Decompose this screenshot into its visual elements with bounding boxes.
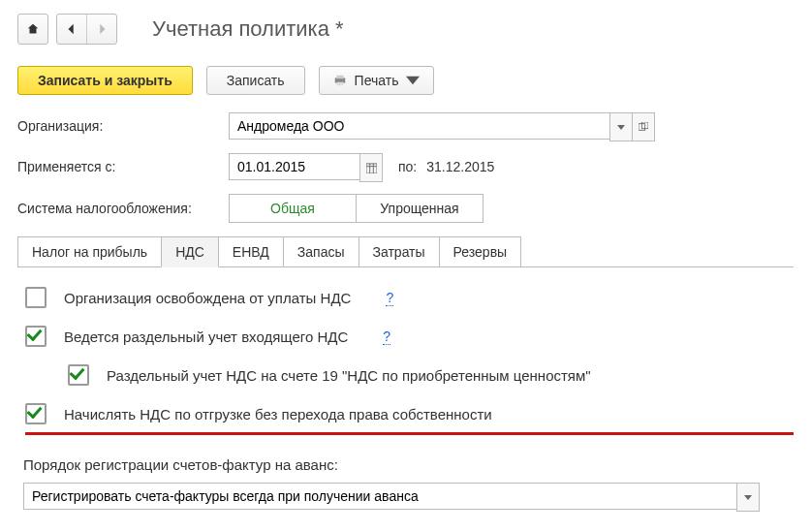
save-close-button[interactable]: Записать и закрыть	[17, 66, 193, 95]
chevron-down-icon	[406, 74, 420, 87]
separate-help[interactable]: ?	[383, 329, 390, 345]
invoice-combo[interactable]	[23, 483, 760, 510]
open-icon	[639, 122, 648, 132]
tax-system-label: Система налогообложения:	[17, 201, 229, 216]
tab-bar: Налог на прибыль НДС ЕНВД Запасы Затраты…	[17, 236, 794, 267]
chevron-down-icon	[617, 125, 625, 130]
applies-label: Применяется с:	[17, 159, 229, 174]
save-button[interactable]: Записать	[206, 66, 305, 95]
applies-date[interactable]	[229, 153, 383, 180]
print-label: Печать	[355, 73, 399, 88]
chevron-down-icon	[744, 495, 752, 500]
invoice-label: Порядок регистрации счетов-фактур на ава…	[23, 456, 794, 473]
org-label: Организация:	[17, 118, 229, 134]
acct19-checkbox[interactable]	[68, 364, 89, 386]
back-button[interactable]	[57, 15, 86, 44]
exempt-help[interactable]: ?	[386, 290, 393, 306]
acct19-label: Раздельный учет НДС на счете 19 "НДС по …	[107, 367, 591, 384]
org-dropdown-button[interactable]	[609, 112, 633, 141]
svg-rect-5	[366, 163, 377, 172]
home-button[interactable]	[18, 15, 47, 44]
tab-profit[interactable]: Налог на прибыль	[17, 236, 162, 267]
calendar-icon	[366, 163, 377, 173]
to-label: по:	[398, 159, 417, 174]
tab-envd[interactable]: ЕНВД	[218, 236, 284, 267]
home-button-group	[17, 14, 48, 45]
nav-button-group	[56, 14, 117, 45]
forward-button[interactable]	[86, 15, 116, 44]
tax-general-button[interactable]: Общая	[230, 195, 356, 222]
org-combo[interactable]	[229, 112, 655, 140]
tax-simple-button[interactable]: Упрощенная	[356, 195, 483, 222]
svg-rect-2	[336, 82, 343, 86]
applies-calendar-button[interactable]	[359, 153, 383, 182]
separate-label: Ведется раздельный учет входящего НДС	[64, 329, 348, 345]
tab-nds[interactable]: НДС	[161, 236, 219, 267]
tab-reserves[interactable]: Резервы	[439, 236, 522, 267]
exempt-label: Организация освобождена от уплаты НДС	[64, 290, 351, 306]
exempt-checkbox[interactable]	[25, 287, 47, 308]
invoice-dropdown-button[interactable]	[736, 483, 760, 512]
invoice-input[interactable]	[23, 483, 736, 510]
tab-body-nds: Организация освобождена от уплаты НДС ? …	[17, 266, 794, 510]
tab-costs[interactable]: Затраты	[359, 236, 440, 267]
printer-icon	[333, 74, 347, 87]
separate-checkbox[interactable]	[25, 326, 47, 347]
tax-system-segment: Общая Упрощенная	[229, 194, 483, 223]
applies-input[interactable]	[229, 153, 359, 180]
to-value: 31.12.2015	[426, 159, 494, 174]
print-button[interactable]: Печать	[319, 66, 435, 95]
org-input[interactable]	[229, 112, 609, 140]
onship-checkbox[interactable]	[25, 403, 47, 424]
page-title: Учетная политика *	[152, 16, 344, 42]
tab-stock[interactable]: Запасы	[283, 236, 359, 267]
svg-rect-1	[336, 76, 343, 79]
onship-label: Начислять НДС по отгрузке без перехода п…	[64, 406, 492, 422]
org-open-button[interactable]	[633, 112, 655, 141]
